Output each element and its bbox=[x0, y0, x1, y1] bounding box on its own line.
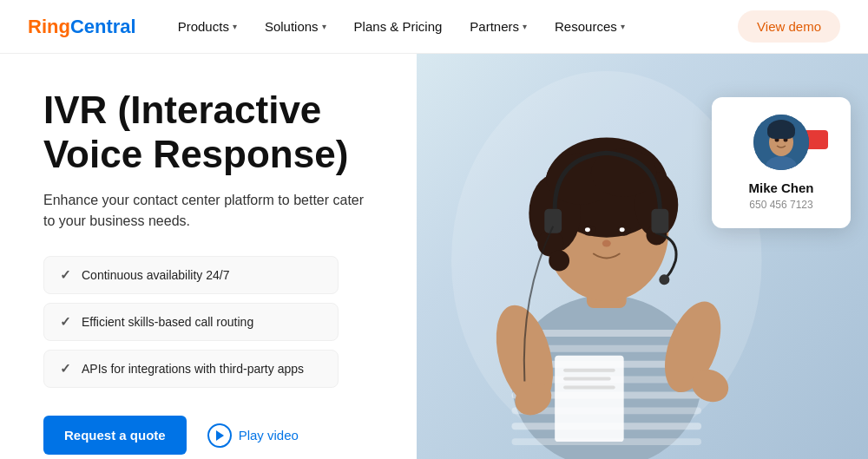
checkmark-icon-3: ✓ bbox=[60, 361, 71, 377]
feature-checklist: ✓ Continuous availability 24/7 ✓ Efficie… bbox=[43, 256, 382, 388]
page-title: IVR (Interactive Voice Response) bbox=[43, 89, 382, 176]
nav-plans-pricing[interactable]: Plans & Pricing bbox=[340, 0, 457, 54]
svg-point-26 bbox=[585, 227, 590, 232]
svg-rect-35 bbox=[563, 386, 615, 390]
contact-name: Mike Chen bbox=[748, 180, 813, 195]
header-right: View demo bbox=[738, 10, 840, 43]
cta-row: Request a quote Play video bbox=[43, 416, 382, 455]
checkmark-icon-2: ✓ bbox=[60, 314, 71, 330]
svg-rect-33 bbox=[563, 369, 615, 372]
avatar bbox=[753, 115, 809, 170]
check-text-1: Continuous availability 24/7 bbox=[82, 268, 229, 282]
check-item-2: ✓ Efficient skills-based call routing bbox=[43, 303, 339, 341]
check-text-3: APIs for integrations with third-party a… bbox=[82, 362, 304, 376]
svg-rect-31 bbox=[651, 209, 668, 233]
nav-solutions-label: Solutions bbox=[265, 19, 319, 34]
nav-products[interactable]: Products ▾ bbox=[164, 0, 251, 54]
nav-partners[interactable]: Partners ▾ bbox=[456, 0, 541, 54]
svg-point-22 bbox=[549, 251, 569, 272]
check-item-3: ✓ APIs for integrations with third-party… bbox=[43, 350, 339, 388]
navigation: Products ▾ Solutions ▾ Plans & Pricing P… bbox=[164, 0, 738, 54]
play-circle-icon bbox=[207, 423, 232, 448]
checkmark-icon-1: ✓ bbox=[60, 267, 71, 283]
svg-rect-34 bbox=[563, 377, 611, 381]
svg-point-27 bbox=[620, 227, 625, 232]
request-quote-button[interactable]: Request a quote bbox=[43, 416, 187, 455]
chevron-down-icon: ▾ bbox=[523, 22, 527, 31]
nav-solutions[interactable]: Solutions ▾ bbox=[251, 0, 340, 54]
contact-phone: 650 456 7123 bbox=[749, 199, 812, 211]
svg-rect-30 bbox=[544, 209, 562, 233]
chevron-down-icon: ▾ bbox=[621, 22, 625, 31]
header: RingCentral Products ▾ Solutions ▾ Plans… bbox=[0, 0, 868, 54]
play-triangle-icon bbox=[216, 430, 224, 441]
main-content: IVR (Interactive Voice Response) Enhance… bbox=[0, 54, 868, 459]
hero-subtitle: Enhance your contact center platform to … bbox=[43, 190, 373, 232]
logo-central: Central bbox=[70, 16, 136, 38]
nav-resources[interactable]: Resources ▾ bbox=[541, 0, 639, 54]
nav-partners-label: Partners bbox=[470, 19, 519, 34]
nav-products-label: Products bbox=[178, 19, 229, 34]
logo[interactable]: RingCentral bbox=[28, 16, 136, 38]
nav-plans-label: Plans & Pricing bbox=[354, 19, 443, 34]
play-video-label: Play video bbox=[239, 428, 299, 443]
hero-left: IVR (Interactive Voice Response) Enhance… bbox=[0, 54, 417, 459]
play-video-button[interactable]: Play video bbox=[207, 423, 299, 448]
chevron-down-icon: ▾ bbox=[322, 22, 326, 31]
contact-card: Mike Chen 650 456 7123 bbox=[712, 97, 851, 228]
svg-rect-41 bbox=[767, 127, 795, 139]
hero-right: Mike Chen 650 456 7123 bbox=[417, 54, 868, 459]
check-item-1: ✓ Continuous availability 24/7 bbox=[43, 256, 339, 294]
logo-ring: Ring bbox=[28, 16, 70, 38]
chevron-down-icon: ▾ bbox=[233, 22, 237, 31]
svg-point-29 bbox=[659, 274, 669, 285]
svg-point-28 bbox=[602, 240, 611, 247]
check-text-2: Efficient skills-based call routing bbox=[82, 315, 253, 329]
view-demo-button[interactable]: View demo bbox=[738, 10, 840, 43]
nav-resources-label: Resources bbox=[555, 19, 617, 34]
